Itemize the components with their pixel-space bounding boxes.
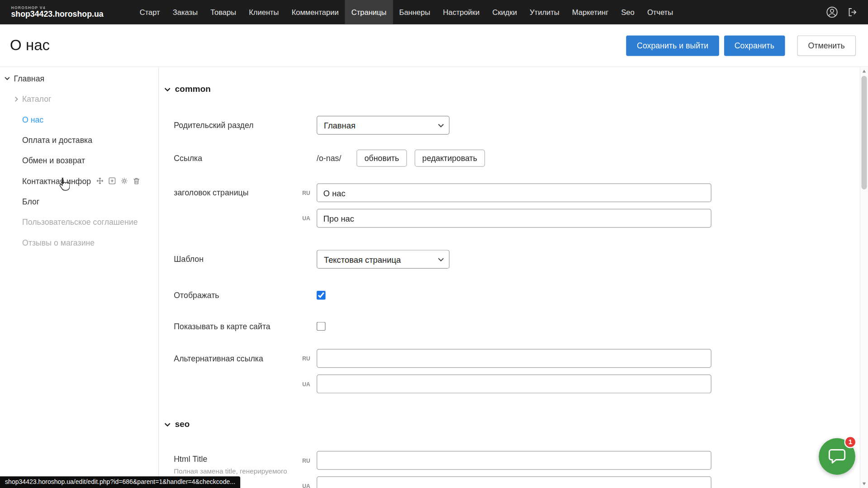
settings-gear-icon[interactable] [121, 177, 128, 185]
chat-widget-button[interactable]: 1 [819, 438, 855, 475]
tree-item-glavnaya[interactable]: Главная [0, 68, 158, 89]
field-label: Ссылка [174, 154, 317, 163]
tree-item-actions [96, 177, 140, 185]
display-field: Отображать [174, 291, 859, 300]
save-button[interactable]: Сохранить [724, 35, 785, 56]
html-title-ua-input[interactable] [317, 476, 711, 488]
sitemap-field: Показывать в карте сайта [174, 322, 859, 331]
tree-item-reviews[interactable]: Отзывы о магазине [0, 232, 158, 252]
lang-tag-ua: UA [302, 381, 310, 387]
scrollbar-thumb[interactable] [861, 76, 867, 190]
section-common[interactable]: common [164, 84, 859, 95]
page-title-ua-input[interactable] [317, 209, 711, 228]
cancel-button[interactable]: Отменить [797, 35, 856, 56]
chevron-down-icon [164, 422, 170, 426]
chat-unread-badge: 1 [844, 436, 856, 448]
nav-item-marketing[interactable]: Маркетинг [566, 0, 615, 24]
link-edit-button[interactable]: редактировать [414, 150, 485, 167]
tree-item-agreement[interactable]: Пользовательское соглашение [0, 212, 158, 232]
page-header: О нас Сохранить и выйти Сохранить Отмени… [0, 24, 868, 66]
nav-item-start[interactable]: Старт [133, 0, 166, 24]
triangle-up-icon [863, 70, 866, 72]
page-title-field: заголовок страницы RU UA [174, 183, 859, 227]
lang-tag-ru: RU [302, 355, 310, 361]
template-select[interactable]: Текстовая страница [317, 250, 450, 269]
nav-item-orders[interactable]: Заказы [166, 0, 204, 24]
link-refresh-button[interactable]: обновить [357, 150, 407, 167]
save-and-exit-button[interactable]: Сохранить и выйти [626, 35, 719, 56]
tree-item-label: Обмен и возврат [22, 156, 85, 165]
tree-item-obmen[interactable]: Обмен и возврат [0, 150, 158, 171]
tree-item-label: Блог [22, 197, 39, 206]
scroll-up-button[interactable] [860, 67, 868, 75]
field-label: Html Title [174, 455, 317, 464]
main-nav: Старт Заказы Товары Клиенты Комментарии … [133, 0, 679, 24]
drag-move-icon[interactable] [96, 177, 104, 185]
link-status-bar: shop34423.horoshop.ua/edit/edit.php?id=6… [0, 476, 240, 488]
field-label: Родительский раздел [174, 121, 317, 130]
page-title-ru-input[interactable] [317, 183, 711, 202]
tree-item-label: Контактная инфор [22, 176, 91, 185]
tree-item-label: О нас [22, 115, 43, 124]
nav-item-products[interactable]: Товары [204, 0, 242, 24]
link-field: Ссылка /o-nas/ обновить редактировать [174, 150, 859, 167]
alt-link-ru-input[interactable] [317, 349, 711, 368]
field-label: Шаблон [174, 255, 317, 264]
nav-item-reports[interactable]: Отчеты [641, 0, 679, 24]
field-label: Альтернативная ссылка [174, 349, 317, 368]
nav-item-clients[interactable]: Клиенты [242, 0, 285, 24]
parent-section-field: Родительский раздел Главная [174, 116, 859, 135]
alt-link-ua-input[interactable] [317, 374, 711, 393]
nav-item-banners[interactable]: Баннеры [393, 0, 437, 24]
tree-item-oplata[interactable]: Оплата и доставка [0, 130, 158, 150]
field-label: заголовок страницы [174, 183, 317, 202]
field-label: Показывать в карте сайта [174, 322, 317, 331]
pages-tree-sidebar: Главная Каталог О нас Оплата и доставка … [0, 67, 159, 488]
section-title: common [175, 84, 211, 94]
brand-logo[interactable]: HOROSHOP V4 shop34423.horoshop.ua [11, 5, 103, 19]
tree-item-label: Главная [14, 74, 45, 83]
tree-item-kontaktnaya[interactable]: Контактная инфор [0, 171, 158, 191]
chevron-right-icon[interactable] [14, 96, 19, 102]
tree-item-o-nas[interactable]: О нас [0, 109, 158, 129]
nav-item-comments[interactable]: Комментарии [285, 0, 345, 24]
tree-item-blog[interactable]: Блог [0, 191, 158, 212]
page-edit-form: common Родительский раздел Главная Ссылк… [159, 67, 859, 488]
html-title-field: Html Title Полная замена title, генериру… [174, 451, 859, 488]
link-path: /o-nas/ [317, 154, 341, 163]
scroll-down-button[interactable] [860, 480, 868, 488]
chevron-down-icon [438, 123, 444, 128]
account-icon[interactable] [826, 6, 838, 18]
lang-tag-ru: RU [302, 190, 310, 195]
tree-item-label: Оплата и доставка [22, 135, 92, 144]
section-seo[interactable]: seo [164, 419, 859, 430]
nav-item-settings[interactable]: Настройки [436, 0, 486, 24]
browser-viewport: HOROSHOP V4 shop34423.horoshop.ua Старт … [0, 0, 868, 488]
tree-item-label: Отзывы о магазине [22, 238, 95, 247]
parent-section-select[interactable]: Главная [317, 116, 450, 135]
html-title-ru-input[interactable] [317, 451, 711, 470]
select-value: Текстовая страница [324, 255, 401, 264]
body: Главная Каталог О нас Оплата и доставка … [0, 66, 868, 488]
logout-icon[interactable] [847, 7, 858, 18]
delete-trash-icon[interactable] [133, 177, 140, 185]
nav-item-pages[interactable]: Страницы [345, 0, 393, 24]
screen: HOROSHOP V4 shop34423.horoshop.ua Старт … [0, 0, 868, 488]
tree-item-label: Каталог [22, 95, 52, 104]
lang-tag-ua: UA [302, 215, 310, 221]
sitemap-checkbox[interactable] [317, 322, 326, 331]
add-page-icon[interactable] [109, 177, 116, 185]
header-actions: Сохранить и выйти Сохранить Отменить [626, 35, 856, 56]
display-checkbox[interactable] [317, 291, 326, 300]
tree-item-label: Пользовательское соглашение [22, 218, 138, 227]
nav-item-utilities[interactable]: Утилиты [523, 0, 566, 24]
lang-tag-ru: RU [302, 457, 310, 463]
tree-item-katalog[interactable]: Каталог [0, 89, 158, 109]
field-label: Отображать [174, 291, 317, 300]
nav-item-discounts[interactable]: Скидки [486, 0, 523, 24]
nav-item-seo[interactable]: Seo [615, 0, 641, 24]
section-title: seo [175, 419, 190, 429]
chevron-down-icon[interactable] [5, 76, 10, 81]
chevron-down-icon [164, 87, 170, 91]
vertical-scrollbar[interactable] [860, 67, 868, 488]
